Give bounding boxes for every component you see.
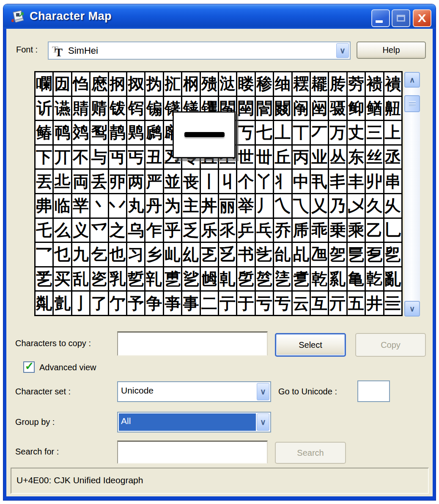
grid-cell[interactable]: 䏝 (329, 72, 346, 96)
grid-cell[interactable]: 东 (348, 146, 365, 169)
grid-cell[interactable]: 䜩 (54, 97, 71, 120)
grid-cell[interactable]: 䝼 (72, 97, 89, 120)
grid-cell[interactable]: 䲟 (348, 97, 365, 120)
minimize-button[interactable] (371, 9, 390, 27)
grid-cell[interactable]: 䙌 (366, 72, 383, 96)
grid-cell[interactable]: 丝 (366, 146, 383, 169)
grid-cell[interactable]: 乔 (274, 219, 291, 242)
grid-cell[interactable]: 䎱 (311, 72, 328, 96)
grid-cell[interactable]: 䴔 (72, 121, 89, 144)
group-by-select[interactable]: All ∨ (117, 412, 271, 432)
grid-cell[interactable]: 乨 (274, 243, 291, 266)
grid-cell[interactable]: 䥾 (127, 97, 144, 120)
grid-cell[interactable]: 乫 (329, 243, 346, 266)
grid-cell[interactable]: 䴓 (54, 121, 71, 144)
grid-cell[interactable]: 䲡 (366, 97, 383, 120)
grid-cell[interactable]: 丩 (219, 170, 236, 193)
grid-cell[interactable]: 丠 (54, 170, 71, 193)
grid-cell[interactable]: 䲠 (36, 121, 52, 144)
grid-cell[interactable]: 䦶 (293, 97, 310, 120)
grid-cell[interactable]: 世 (237, 146, 254, 169)
grid-cell[interactable]: 亏 (256, 292, 273, 315)
grid-cell[interactable]: 䴕 (91, 121, 107, 144)
grid-cell[interactable]: 並 (164, 170, 181, 193)
grid-cell[interactable]: 乗 (329, 219, 346, 242)
grid-cell[interactable]: 丞 (384, 146, 401, 169)
grid-cell[interactable]: 乒 (237, 219, 254, 242)
grid-cell[interactable]: 丨 (201, 170, 218, 193)
grid-cell[interactable]: 㦄 (91, 72, 107, 96)
grid-cell[interactable]: 䞍 (91, 97, 107, 120)
grid-cell[interactable]: 上 (384, 121, 401, 144)
grid-cell[interactable]: 䥽 (109, 97, 126, 120)
grid-cell[interactable]: 乎 (164, 219, 181, 242)
grid-cell[interactable]: 丼 (201, 194, 218, 218)
grid-cell[interactable]: 乮 (384, 243, 401, 266)
grid-cell[interactable]: 䯅 (329, 97, 346, 120)
scroll-up-icon[interactable]: ∧ (404, 72, 420, 88)
grid-cell[interactable]: 乖 (311, 219, 328, 242)
grid-cell[interactable]: 丙 (293, 146, 310, 169)
grid-cell[interactable]: 乂 (311, 194, 328, 218)
grid-cell[interactable]: 丧 (182, 170, 199, 193)
grid-cell[interactable]: 丹 (145, 194, 162, 218)
grid-cell[interactable]: 云 (293, 292, 310, 315)
grid-cell[interactable]: 䜣 (36, 97, 52, 120)
grid-cell[interactable]: 乑 (219, 219, 236, 242)
grid-cell[interactable]: 亊 (164, 292, 181, 315)
grid-cell[interactable]: 䴗 (127, 121, 144, 144)
grid-cell[interactable]: 亁 (366, 267, 383, 291)
grid-cell[interactable]: 书 (237, 243, 254, 266)
grid-cell[interactable]: 亃 (36, 292, 52, 315)
grid-cell[interactable]: 䦟 (237, 97, 254, 120)
grid-cell[interactable]: 乡 (145, 243, 162, 266)
grid-cell[interactable]: 乢 (164, 243, 181, 266)
grid-cell[interactable]: 九 (72, 243, 89, 266)
grid-cell[interactable]: 乤 (201, 243, 218, 266)
grid-cell[interactable]: 乾 (311, 267, 328, 291)
grid-cell[interactable]: 丟 (36, 170, 52, 193)
grid-cell[interactable]: 二 (201, 292, 218, 315)
grid-cell[interactable]: 䶊 (384, 97, 401, 120)
grid-cell[interactable]: 乓 (256, 219, 273, 242)
search-button[interactable]: Search (275, 442, 346, 464)
grid-cell[interactable]: 争 (145, 292, 162, 315)
grid-cell[interactable]: 乲 (91, 267, 107, 291)
grid-cell[interactable]: 丳 (36, 194, 52, 218)
grid-cell[interactable]: 亅 (72, 292, 89, 315)
grid-scrollbar[interactable]: ∧ ∨ (404, 72, 420, 317)
characters-to-copy-input[interactable] (117, 331, 268, 356)
grid-cell[interactable]: 丛 (329, 146, 346, 169)
grid-cell[interactable]: 串 (384, 170, 401, 193)
grid-cell[interactable]: 下 (36, 146, 52, 169)
grid-cell[interactable]: 乀 (274, 194, 291, 218)
grid-cell[interactable]: 㘓 (36, 72, 52, 96)
grid-cell[interactable]: 乯 (36, 267, 52, 291)
grid-cell[interactable]: 乷 (182, 267, 199, 291)
grid-cell[interactable]: 亐 (274, 292, 291, 315)
grid-cell[interactable]: 乁 (293, 194, 310, 218)
grid-cell[interactable]: 丌 (54, 146, 71, 169)
grid-cell[interactable]: 丈 (348, 121, 365, 144)
maximize-button[interactable] (392, 9, 410, 27)
grid-cell[interactable]: 于 (237, 292, 254, 315)
grid-cell[interactable]: 亄 (54, 292, 71, 315)
grid-cell[interactable]: 也 (109, 243, 126, 266)
grid-cell[interactable]: 亇 (109, 292, 126, 315)
help-button[interactable]: Help (357, 41, 426, 59)
grid-cell[interactable]: 㧏 (109, 72, 126, 96)
grid-cell[interactable]: 亖 (384, 292, 401, 315)
grid-cell[interactable]: 乪 (311, 243, 328, 266)
grid-cell[interactable]: 丐 (127, 146, 144, 169)
grid-cell[interactable]: 乩 (293, 243, 310, 266)
grid-cell[interactable]: 丄 (274, 121, 291, 144)
grid-cell[interactable]: 亓 (329, 292, 346, 315)
grid-cell[interactable]: 丘 (274, 146, 291, 169)
grid-cell[interactable]: 丽 (219, 194, 236, 218)
magnifier-popup[interactable]: 一 (173, 111, 236, 158)
grid-cell[interactable]: 丱 (366, 170, 383, 193)
grid-cell[interactable]: 䦂 (145, 97, 162, 120)
grid-cell[interactable]: 乹 (219, 267, 236, 291)
grid-cell[interactable]: 㧟 (164, 72, 181, 96)
grid-cell[interactable]: 丰 (348, 170, 365, 193)
